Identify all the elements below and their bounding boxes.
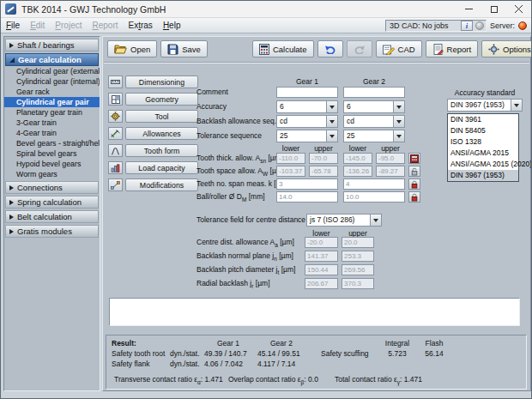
sidebar-item-4-gear-train[interactable]: 4-Gear train [4, 128, 100, 138]
options-button[interactable]: Options [481, 40, 532, 57]
centre-dist-lower-field: -20.0 [305, 237, 338, 248]
window-title: TBK 2014 - GWJ Technology GmbH [21, 4, 166, 15]
geometry-icon[interactable] [108, 93, 123, 106]
comment-gear1-input[interactable] [276, 87, 338, 98]
nav-tooth-form-button[interactable]: Tooth form [125, 144, 198, 157]
tooth-thick-calculator-button[interactable] [408, 153, 420, 164]
safety-tooth-root-label: Safety tooth root [112, 349, 165, 358]
result-title: Result: [112, 339, 136, 348]
menu-report: Report [87, 19, 123, 33]
lock-closed-icon [410, 193, 419, 202]
menu-help[interactable]: Help [158, 19, 186, 33]
tooth-space-label: Tooth space allow. AW [µm] [196, 166, 284, 177]
comment-gear2-input[interactable] [343, 87, 405, 98]
sidebar-section-gratis-modules[interactable]: Gratis modules [5, 225, 99, 238]
save-button[interactable]: Save [160, 40, 208, 57]
ball-roller-lock-button[interactable] [408, 191, 420, 203]
chevron-expanded-icon [9, 57, 15, 63]
teeth-span-lock-button[interactable] [408, 178, 420, 190]
sidebar-item-cylindrical-gear-pair[interactable]: Cylindrical gear pair [4, 97, 100, 107]
tooth-thick-lower2-field: -145.0 [343, 153, 372, 164]
nav-modifications-button[interactable]: Modifications [125, 178, 198, 191]
chevron-down-icon[interactable] [326, 101, 337, 112]
sidebar-item-planetary-gear-train[interactable]: Planetary gear train [4, 107, 100, 118]
nav-load-capacity-button[interactable]: Load capacity [125, 161, 198, 174]
report-button[interactable]: Report [426, 40, 479, 57]
chevron-down-icon[interactable] [326, 130, 337, 142]
chevron-down-icon[interactable] [393, 130, 404, 142]
sidebar-section-shaft-bearings[interactable]: Shaft / bearings [5, 39, 99, 51]
dropdown-option[interactable]: DIN 58405 [448, 125, 518, 136]
sidebar-section-spring-calculation[interactable]: Spring calculation [5, 196, 99, 209]
tolerance-seq-gear1-select[interactable]: 25 [276, 130, 338, 142]
accuracy-standard-select[interactable]: DIN 3967 (1953) [447, 99, 523, 112]
app-icon [5, 3, 16, 15]
backlash-normal-upper-field: 253.3 [342, 251, 374, 262]
menu-extras[interactable]: Extras [124, 19, 158, 33]
accuracy-gear1-select[interactable]: 6 [276, 100, 338, 113]
sidebar-section-gear-calculation[interactable]: Gear calculation [5, 53, 99, 66]
modifications-icon[interactable] [108, 178, 123, 191]
cad-button[interactable]: CAD [376, 40, 422, 57]
sidebar-item-gear-rack[interactable]: Gear rack [4, 87, 100, 97]
dropdown-option[interactable]: ANSI/AGMA 2015 [448, 148, 518, 159]
total-contact-ratio: Total contact ratio εγ: 1.471 [335, 375, 422, 385]
sidebar-item-worm-gears[interactable]: Worm gears [4, 169, 100, 179]
dropdown-option[interactable]: DIN 3961 [448, 114, 518, 125]
tool-gear-icon[interactable] [108, 110, 123, 123]
sidebar-item-bevel-gears[interactable]: Bevel gears - straight/helical [4, 138, 100, 148]
chevron-right-icon [9, 185, 14, 190]
sidebar-section-belt-calculation[interactable]: Belt calculation [5, 210, 99, 223]
dropdown-option[interactable]: ISO 1328 [448, 136, 518, 148]
open-button[interactable]: Open [107, 40, 157, 57]
info-button[interactable]: i [461, 21, 473, 31]
result-header-gear1: Gear 1 [203, 339, 254, 348]
menu-file[interactable]: File [1, 19, 25, 33]
dropdown-option[interactable]: ANSI/AGMA 2015 (2020) [448, 159, 518, 170]
ball-roller-gear2-input[interactable]: 10.0 [343, 191, 405, 203]
nav-geometry-button[interactable]: Geometry [125, 93, 198, 106]
sidebar-item-cylindrical-gear-internal[interactable]: Cylindrical gear (internal) [4, 76, 100, 87]
nav-dimensioning-button[interactable]: Dimensioning [125, 76, 198, 88]
dropdown-option-selected[interactable]: DIN 3967 (1953) [448, 170, 518, 181]
backlash-seq-gear2-select[interactable]: cd [343, 115, 405, 128]
chevron-down-icon[interactable] [511, 100, 522, 111]
chevron-right-icon [9, 43, 14, 48]
sidebar-item-3-gear-train[interactable]: 3-Gear train [4, 118, 100, 128]
maximize-button[interactable] [481, 1, 506, 17]
gear2-column-header: Gear 2 [343, 77, 405, 86]
main-panel: Open Save Calculate CAD Report [102, 36, 531, 391]
menu-edit: Edit [25, 19, 50, 33]
nav-allowances-button[interactable]: Allowances [125, 127, 198, 140]
centre-tolerance-select[interactable]: js 7 (ISO 286) [306, 214, 382, 227]
calculate-button[interactable]: Calculate [252, 40, 314, 57]
chevron-down-icon[interactable] [393, 101, 404, 112]
centre-tolerance-label: Tolerance field for centre distance [196, 215, 305, 226]
tolerance-seq-gear2-select[interactable]: 25 [343, 130, 405, 142]
allowances-icon[interactable] [108, 127, 123, 140]
load-capacity-icon[interactable] [108, 161, 123, 174]
undo-button[interactable] [317, 40, 343, 57]
minimize-button[interactable] [456, 1, 481, 17]
nav-tool-button[interactable]: Tool [125, 110, 198, 123]
backlash-seq-gear1-select[interactable]: cd [276, 115, 338, 128]
accuracy-gear2-select[interactable]: 6 [343, 100, 405, 113]
dimensioning-icon[interactable] [108, 76, 123, 88]
sidebar-item-cylindrical-gear-external[interactable]: Cylindrical gear (external) [4, 66, 100, 76]
safety-scuffing-label: Safety scuffing [321, 349, 369, 358]
result-panel: Result: Gear 1 Gear 2 Integral Flash Saf… [106, 335, 527, 390]
safety-flank-gear1: 4.06 / 7.042 [204, 360, 243, 368]
sidebar-item-hypoid-bevel-gears[interactable]: Hypoid bevel gears [4, 159, 100, 169]
teeth-span-gear1-input[interactable]: 3 [276, 178, 338, 190]
sidebar-section-connections[interactable]: Connections [5, 181, 99, 194]
chevron-down-icon[interactable] [393, 116, 404, 127]
tooth-space-lock-button[interactable] [408, 166, 420, 177]
chevron-down-icon[interactable] [326, 116, 337, 127]
gear1-column-header: Gear 1 [276, 77, 338, 86]
teeth-span-gear2-input[interactable]: 4 [343, 178, 405, 190]
chevron-down-icon[interactable] [370, 215, 381, 226]
sidebar-item-spiral-bevel-gears[interactable]: Spiral bevel gears [4, 148, 100, 159]
ball-roller-gear1-input[interactable]: 14.0 [276, 191, 338, 203]
tooth-form-icon[interactable] [108, 144, 123, 157]
close-button[interactable] [506, 1, 531, 17]
